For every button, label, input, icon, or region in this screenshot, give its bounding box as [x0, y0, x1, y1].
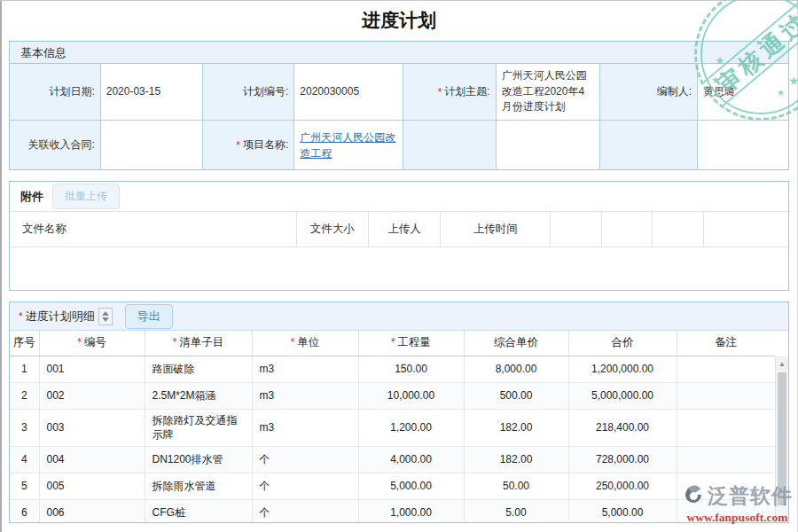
detail-cell: 5: [10, 473, 39, 500]
attach-col-header: 文件大小: [297, 212, 369, 246]
detail-cell: 001: [39, 356, 145, 382]
attachments-table-header: 文件名称文件大小上传人上传时间: [10, 211, 788, 247]
detail-cell: 003: [39, 409, 145, 447]
detail-cell: DN1200排水管: [145, 447, 252, 473]
field-label: [600, 121, 698, 169]
field-label: 计划日期:: [10, 64, 101, 121]
detail-row: 4004DN1200排水管个4,000.00182.00728,000.00: [10, 447, 775, 473]
detail-section-title: 进度计划明细: [26, 309, 95, 325]
detail-cell: 个: [252, 500, 358, 523]
detail-cell: 个: [252, 447, 358, 473]
required-asterisk: *: [236, 139, 240, 152]
detail-col-header: 序号: [10, 331, 39, 356]
brand-logo-icon: [682, 483, 705, 510]
detail-cell: 1: [10, 356, 39, 382]
sort-down-icon: [102, 317, 109, 322]
detail-col-header: *单位: [252, 331, 358, 356]
detail-cell: 10,000.00: [358, 382, 464, 409]
required-asterisk: *: [291, 336, 295, 348]
field-label: [403, 121, 496, 169]
detail-cell: 004: [39, 447, 145, 473]
detail-cell: CFG桩: [145, 500, 252, 523]
export-button[interactable]: 导出: [125, 304, 173, 329]
star-icon: ★: [788, 74, 798, 88]
detail-col-header: *清单子目: [145, 331, 252, 356]
basic-info-section-title: 基本信息: [10, 42, 788, 64]
attach-col-header: 上传时间: [441, 212, 551, 246]
detail-cell: 拆除路灯及交通指示牌: [145, 409, 252, 447]
detail-header-row: 序号*编号*清单子目*单位*工程量综合单价合价备注: [10, 331, 775, 356]
page-title: 进度计划: [0, 0, 798, 41]
brand-watermark: 泛普软件 www.fanpusoft.com: [682, 482, 793, 525]
field-value: 广州天河人民公园改造工程2020年4月份进度计划: [497, 64, 601, 121]
detail-cell: 5,000,000.00: [568, 382, 677, 409]
scrollbar-up-arrow-icon[interactable]: ▲: [776, 356, 788, 371]
detail-cell: 182.00: [464, 409, 568, 447]
detail-toolbar: * 进度计划明细 导出: [10, 302, 788, 331]
detail-cell: 50.00: [464, 473, 568, 500]
detail-cell: m3: [252, 356, 358, 382]
detail-cell: 1,200,000.00: [568, 356, 677, 382]
detail-cell: [677, 447, 775, 473]
field-label: *项目名称:: [203, 121, 295, 169]
detail-cell: 182.00: [464, 447, 568, 473]
detail-cell: 218,400.00: [568, 409, 677, 447]
detail-cell: [677, 382, 775, 409]
field-value: 2020-03-15: [101, 64, 203, 121]
detail-section: * 进度计划明细 导出 序号*编号*清单子目*单位*工程量综合单价合价备注 10…: [9, 301, 789, 523]
attach-col-header: [704, 212, 788, 246]
attachments-header: 附件 批量上传: [10, 182, 788, 211]
detail-cell: 路面破除: [145, 356, 252, 382]
required-asterisk: *: [77, 336, 82, 348]
brand-name: 泛普软件: [708, 482, 793, 510]
detail-cell: [677, 409, 775, 447]
detail-cell: 8,000.00: [464, 356, 568, 382]
detail-row: 20022.5M*2M箱涵m310,000.00500.005,000,000.…: [10, 382, 775, 409]
detail-cell: 002: [39, 382, 145, 409]
detail-cell: 1,200.00: [358, 409, 464, 447]
attach-col-header: [653, 212, 704, 246]
required-asterisk: *: [438, 86, 442, 98]
detail-cell: 4,000.00: [358, 447, 464, 473]
detail-row: 5005拆除雨水管道个5,000.0050.00250,000.00: [10, 473, 775, 500]
required-asterisk: *: [391, 336, 395, 348]
detail-col-header: 备注: [677, 331, 775, 356]
attach-col-header: [602, 212, 653, 246]
detail-cell: 006: [39, 500, 145, 523]
sort-toggle-icon[interactable]: [98, 308, 113, 325]
detail-cell: [677, 356, 775, 382]
field-value: 广州天河人民公园改造工程: [294, 121, 403, 169]
detail-cell: 500.00: [464, 382, 568, 409]
field-value: [497, 121, 601, 169]
attachments-table-body: [10, 247, 788, 290]
sort-up-icon: [102, 311, 109, 316]
detail-col-header: *工程量: [358, 331, 464, 356]
detail-cell: 3: [10, 409, 39, 447]
detail-cell: 2: [10, 382, 39, 409]
detail-row: 1001路面破除m3150.008,000.001,200,000.00: [10, 356, 775, 382]
detail-cell: 6: [10, 500, 39, 523]
detail-table-wrap: 序号*编号*清单子目*单位*工程量综合单价合价备注 1001路面破除m3150.…: [10, 331, 788, 523]
field-label: *计划主题:: [403, 64, 496, 121]
detail-col-header: 综合单价: [464, 331, 568, 356]
attach-col-header: [551, 212, 602, 246]
detail-cell: m3: [252, 382, 358, 409]
detail-cell: 1,000.00: [358, 500, 464, 523]
detail-cell: 5,000.00: [358, 473, 464, 500]
detail-cell: 150.00: [358, 356, 464, 382]
detail-cell: 4: [10, 447, 39, 473]
detail-cell: 5.00: [464, 500, 568, 523]
required-asterisk: *: [19, 310, 23, 323]
batch-upload-button[interactable]: 批量上传: [52, 184, 120, 209]
detail-cell: m3: [252, 409, 358, 447]
project-name-link[interactable]: 广州天河人民公园改造工程: [300, 129, 397, 161]
detail-col-header: *编号: [39, 331, 145, 356]
attach-col-header: 上传人: [369, 212, 442, 246]
detail-cell: 250,000.00: [568, 473, 677, 500]
required-asterisk: *: [173, 336, 177, 348]
detail-cell: 5,000.00: [568, 500, 677, 523]
detail-cell: 728,000.00: [568, 447, 677, 473]
detail-row: 6006CFG桩个1,000.005.005,000.00: [10, 500, 775, 523]
field-label: 关联收入合同:: [10, 121, 101, 169]
field-label: 编制人:: [600, 64, 698, 121]
